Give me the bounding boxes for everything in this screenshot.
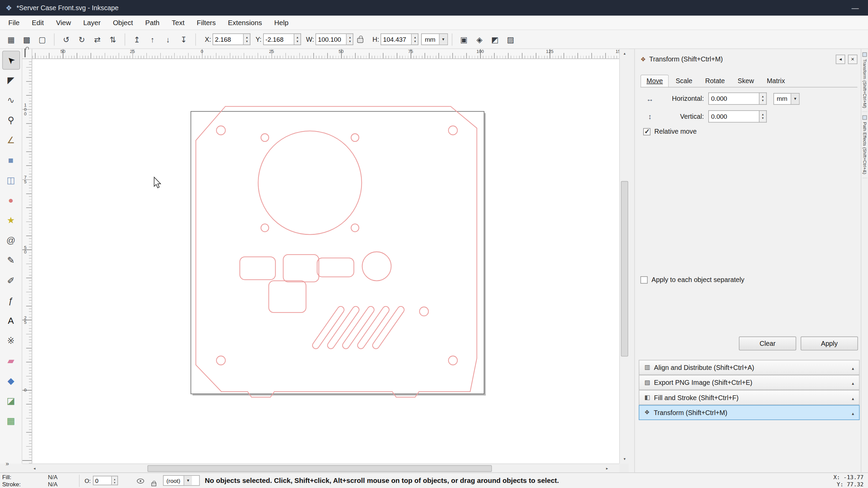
menu-object[interactable]: Object — [107, 16, 139, 30]
horizontal-scrollbar[interactable] — [22, 464, 619, 472]
tool-node-editor[interactable]: ◤ — [2, 71, 20, 90]
tool-eraser[interactable]: ▰ — [2, 352, 20, 371]
tool-tweak[interactable]: ∿ — [2, 91, 20, 110]
menu-file[interactable]: File — [2, 16, 26, 30]
menu-extensions[interactable]: Extensions — [222, 16, 268, 30]
scroll-left-icon[interactable] — [30, 464, 39, 473]
rotate-ccw-button[interactable]: ↺ — [58, 32, 74, 46]
w-spinner[interactable] — [347, 33, 354, 45]
vertical-input[interactable] — [708, 110, 760, 123]
flip-vertical-button[interactable]: ⇅ — [105, 32, 121, 46]
y-spinner[interactable] — [294, 33, 301, 45]
rotate-cw-button[interactable]: ↻ — [74, 32, 90, 46]
h-spinner[interactable] — [412, 33, 419, 45]
apply-button[interactable]: Apply — [801, 337, 858, 351]
menu-view[interactable]: View — [50, 16, 77, 30]
dock-float-button[interactable] — [836, 54, 845, 64]
scroll-right-icon[interactable] — [603, 464, 611, 473]
lower-to-bottom-button[interactable]: ↧ — [176, 32, 192, 46]
tool-star[interactable]: ★ — [2, 211, 20, 230]
tool-bezier-pen[interactable]: ✐ — [2, 271, 20, 290]
horizontal-spinner[interactable] — [760, 93, 767, 105]
w-input[interactable] — [316, 33, 347, 45]
affect-corners-button[interactable]: ◈ — [472, 32, 487, 46]
opacity-input[interactable] — [93, 476, 112, 485]
apply-each-checkbox[interactable] — [640, 276, 648, 283]
layer-visibility-icon[interactable] — [137, 478, 144, 484]
vertical-spinner[interactable] — [760, 110, 767, 123]
raise-to-top-button[interactable]: ↥ — [129, 32, 145, 46]
scroll-down-icon[interactable] — [620, 455, 629, 464]
tool-box-3d[interactable]: ◫ — [2, 171, 20, 190]
select-all-layers-button[interactable]: ▩ — [19, 32, 35, 46]
y-input[interactable] — [263, 33, 294, 45]
tool-measure[interactable]: ∠ — [2, 131, 20, 150]
side-tab-path-effects[interactable]: Path Effects (Shift+Ctrl+&) — [862, 112, 867, 178]
dock-close-button[interactable] — [848, 54, 857, 64]
dock-bar-fill-stroke[interactable]: ◧Fill and Stroke (Shift+Ctrl+F) — [639, 390, 860, 405]
horizontal-input[interactable] — [708, 93, 760, 105]
tool-text[interactable]: A — [2, 312, 20, 331]
opacity-spinner[interactable] — [112, 476, 118, 485]
tool-pencil[interactable]: ✎ — [2, 251, 20, 270]
scroll-up-icon[interactable] — [620, 49, 629, 58]
affect-stroke-button[interactable]: ▣ — [456, 32, 472, 46]
tool-paint-bucket[interactable]: ◆ — [2, 372, 20, 391]
deselect-button[interactable]: ▢ — [35, 32, 50, 46]
tab-rotate[interactable]: Rotate — [699, 75, 731, 87]
tab-skew[interactable]: Skew — [731, 75, 760, 87]
lower-button[interactable]: ↓ — [160, 32, 176, 46]
chevron-down-icon[interactable] — [439, 34, 447, 44]
vertical-scrollbar-thumb[interactable] — [621, 181, 628, 357]
chevron-down-icon[interactable] — [791, 93, 799, 104]
x-spinner[interactable] — [244, 33, 251, 45]
canvas[interactable] — [32, 59, 619, 464]
tab-scale[interactable]: Scale — [670, 75, 698, 87]
tool-selector[interactable]: ➤ — [2, 51, 20, 70]
tool-gradient[interactable]: ◪ — [2, 392, 20, 411]
x-input[interactable] — [213, 33, 244, 45]
raise-button[interactable]: ↑ — [145, 32, 160, 46]
horizontal-ruler[interactable]: 50250255075100125150 — [32, 49, 619, 59]
toolbox-overflow-button[interactable]: » — [5, 460, 9, 467]
menu-text[interactable]: Text — [166, 16, 191, 30]
lock-guides-icon[interactable] — [24, 49, 25, 57]
opacity-control: O: — [84, 476, 118, 485]
menu-help[interactable]: Help — [268, 16, 295, 30]
select-all-button[interactable]: ▦ — [3, 32, 19, 46]
minimize-button[interactable]: — — [842, 0, 868, 16]
tool-calligraphy[interactable]: ƒ — [2, 292, 20, 311]
horizontal-scrollbar-thumb[interactable] — [147, 465, 492, 472]
transform-units-dropdown[interactable]: mm — [773, 93, 800, 104]
affect-patterns-button[interactable]: ▨ — [503, 32, 518, 46]
menu-path[interactable]: Path — [139, 16, 165, 30]
h-input[interactable] — [381, 33, 412, 45]
tool-spiral[interactable]: @ — [2, 231, 20, 250]
tool-rectangle[interactable]: ■ — [2, 151, 20, 170]
layer-dropdown[interactable]: (root) — [163, 475, 200, 486]
units-dropdown[interactable]: mm — [421, 33, 448, 45]
tool-ellipse[interactable]: ● — [2, 191, 20, 210]
dock-bar-export-png[interactable]: ▧Export PNG Image (Shift+Ctrl+E) — [639, 375, 860, 390]
layer-lock-icon[interactable] — [151, 483, 156, 486]
side-tab-transform[interactable]: Transform (Shift+Ctrl+M) — [862, 49, 867, 112]
tool-zoom[interactable]: ⚲ — [2, 111, 20, 130]
fill-stroke-indicator[interactable]: Fill:N/A Stroke:N/A — [2, 473, 58, 488]
menu-layer[interactable]: Layer — [77, 16, 106, 30]
tool-mesh[interactable]: ▦ — [2, 412, 20, 431]
clear-button[interactable]: Clear — [739, 337, 796, 351]
flip-horizontal-button[interactable]: ⇄ — [90, 32, 105, 46]
relative-move-checkbox[interactable] — [643, 128, 650, 135]
affect-gradients-button[interactable]: ◩ — [487, 32, 503, 46]
dock-bar-transform[interactable]: ❖Transform (Shift+Ctrl+M) — [639, 405, 860, 420]
tool-spray[interactable]: ※ — [2, 332, 20, 351]
tab-matrix[interactable]: Matrix — [761, 75, 791, 87]
chevron-down-icon[interactable] — [184, 476, 192, 485]
menu-edit[interactable]: Edit — [26, 16, 50, 30]
tab-move[interactable]: Move — [640, 75, 669, 87]
menu-filters[interactable]: Filters — [191, 16, 222, 30]
vertical-scrollbar[interactable] — [619, 49, 629, 463]
dock-bar-align-distribute[interactable]: ▥Align and Distribute (Shift+Ctrl+A) — [639, 360, 860, 375]
vertical-ruler[interactable]: 1007550250 — [22, 59, 33, 464]
lock-width-height-icon[interactable] — [357, 38, 363, 43]
